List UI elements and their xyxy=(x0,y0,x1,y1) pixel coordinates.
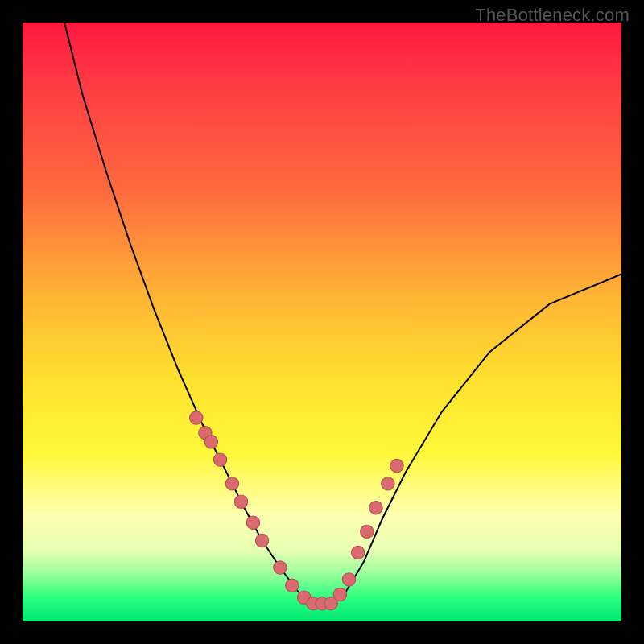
plot-area xyxy=(23,23,621,621)
highlight-dot xyxy=(274,561,287,574)
highlight-dot xyxy=(333,588,346,601)
highlight-dot xyxy=(390,459,403,472)
curve-svg xyxy=(23,23,621,621)
highlight-dot xyxy=(342,573,355,586)
highlight-dot xyxy=(351,546,364,559)
highlight-dot xyxy=(255,534,268,547)
dots-group xyxy=(190,411,404,610)
highlight-dot xyxy=(190,411,203,424)
highlight-dot xyxy=(246,516,259,529)
highlight-dot xyxy=(213,453,226,466)
highlight-dot xyxy=(204,436,217,448)
highlight-dot xyxy=(382,477,394,490)
curve-group xyxy=(64,23,621,604)
highlight-dot xyxy=(225,477,238,490)
bottleneck-curve xyxy=(64,23,621,604)
highlight-dot xyxy=(369,501,382,514)
chart-container: TheBottleneck.com xyxy=(0,0,644,644)
highlight-dot xyxy=(286,579,299,592)
highlight-dot xyxy=(234,495,247,508)
highlight-dot xyxy=(361,525,374,538)
